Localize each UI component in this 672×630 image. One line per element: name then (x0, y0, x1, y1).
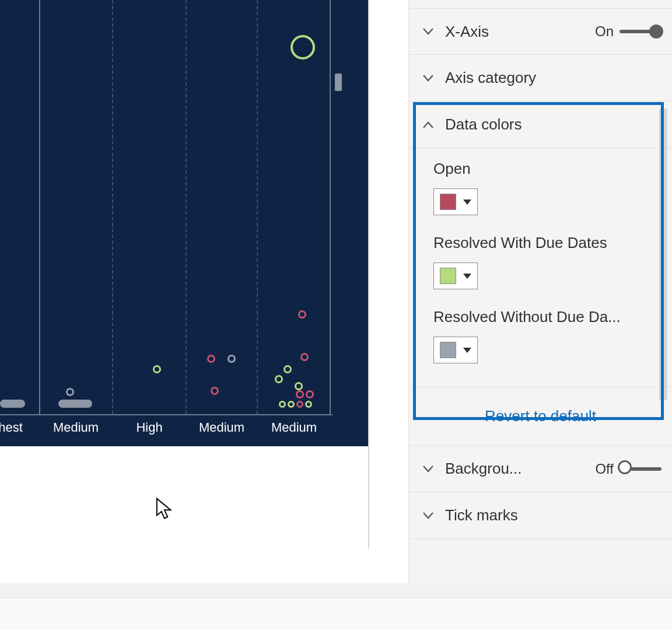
toggle-knob (649, 24, 663, 38)
pane-divider[interactable] (368, 0, 369, 548)
axis-divider (39, 0, 40, 414)
section-xaxis[interactable]: X-Axis On (409, 8, 672, 55)
axis-baseline (0, 414, 332, 415)
data-point[interactable] (228, 355, 236, 363)
gridline (186, 0, 187, 414)
chevron-up-icon (419, 116, 437, 134)
footer-row (0, 597, 672, 630)
x-label: Medium (271, 420, 317, 435)
section-label: X-Axis (445, 23, 595, 41)
data-point[interactable] (153, 365, 161, 373)
axis-right (330, 0, 331, 414)
caret-down-icon (463, 274, 471, 279)
section-background[interactable]: Backgrou... Off (409, 446, 672, 492)
chart-canvas[interactable]: hest Medium High Medium Medium (0, 0, 369, 446)
data-point[interactable] (275, 375, 283, 383)
section-label: Axis category (445, 69, 662, 87)
x-label: Medium (53, 420, 99, 435)
format-panel: X-Axis On Axis category Data colors Open (408, 0, 672, 583)
x-axis-labels: hest Medium High Medium Medium (0, 420, 332, 443)
color-item-label: Open (433, 160, 648, 178)
data-point[interactable] (295, 382, 303, 390)
gridline (112, 0, 113, 414)
color-item-open: Open (433, 160, 648, 215)
data-point-cluster[interactable] (0, 400, 25, 408)
chart-pane: hest Medium High Medium Medium (0, 0, 408, 583)
color-swatch (440, 342, 456, 358)
color-picker-resolved-without[interactable] (433, 337, 478, 363)
color-swatch (440, 194, 456, 210)
chevron-down-icon (419, 460, 437, 478)
data-point[interactable] (305, 401, 312, 408)
caret-down-icon (463, 200, 471, 205)
chevron-down-icon (419, 23, 437, 40)
toggle-track-off (620, 467, 662, 471)
xaxis-toggle[interactable]: On (595, 23, 662, 40)
section-axis-category[interactable]: Axis category (409, 55, 672, 102)
color-item-label: Resolved With Due Dates (433, 234, 648, 252)
panel-scrollbar[interactable] (659, 108, 667, 400)
data-point[interactable] (288, 401, 295, 408)
x-label: Medium (199, 420, 244, 435)
data-point[interactable] (211, 387, 219, 395)
app-workspace: hest Medium High Medium Medium X-Axis On (0, 0, 672, 583)
toggle-knob (618, 460, 632, 474)
scroll-thumb[interactable] (335, 74, 342, 91)
chevron-down-icon (419, 69, 437, 87)
color-swatch (440, 268, 456, 284)
data-point[interactable] (296, 401, 303, 408)
section-tick-marks[interactable]: Tick marks (409, 492, 672, 539)
x-label: hest (0, 420, 23, 435)
revert-label: Revert to default (485, 407, 596, 425)
data-point[interactable] (296, 390, 304, 398)
data-point[interactable] (300, 353, 309, 361)
toggle-track-on (620, 30, 662, 33)
background-toggle[interactable]: Off (595, 461, 662, 477)
caret-down-icon (463, 348, 471, 353)
data-point[interactable] (306, 390, 314, 398)
data-point[interactable] (284, 365, 292, 373)
color-item-label: Resolved Without Due Da... (433, 308, 648, 326)
data-point[interactable] (66, 388, 74, 396)
toggle-state-label: On (595, 23, 614, 40)
color-item-resolved-with: Resolved With Due Dates (433, 234, 648, 289)
color-item-resolved-without: Resolved Without Due Da... (433, 308, 648, 363)
section-label: Tick marks (445, 506, 662, 524)
data-point[interactable] (290, 35, 315, 60)
gridline (257, 0, 258, 414)
section-data-colors[interactable]: Data colors (409, 102, 672, 148)
data-colors-body: Open Resolved With Due Dates Resolved Wi… (409, 148, 672, 387)
cursor-icon (155, 497, 174, 522)
chevron-down-icon (419, 507, 437, 524)
section-label: Backgrou... (445, 460, 595, 478)
chart-scrollbar-vertical[interactable] (335, 0, 342, 414)
data-point[interactable] (279, 401, 286, 408)
section-label: Data colors (445, 116, 662, 134)
color-picker-open[interactable] (433, 188, 478, 215)
color-picker-resolved-with[interactable] (433, 262, 478, 289)
data-point[interactable] (207, 355, 215, 363)
toggle-state-label: Off (595, 461, 614, 477)
data-point-cluster[interactable] (58, 400, 92, 408)
data-point[interactable] (298, 310, 306, 318)
revert-to-default[interactable]: Revert to default (409, 387, 672, 446)
x-label: High (136, 420, 162, 435)
